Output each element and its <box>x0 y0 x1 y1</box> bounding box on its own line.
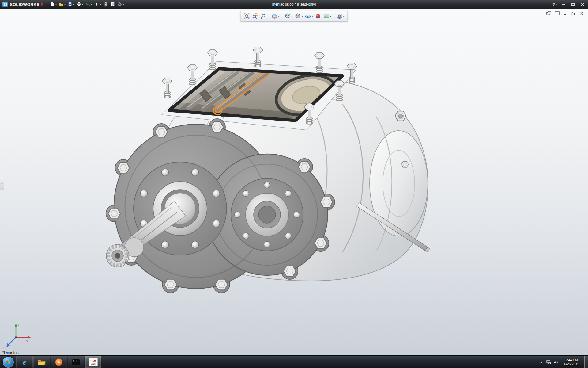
side-hex-plug[interactable] <box>401 161 409 167</box>
triad-y-label: y <box>18 323 20 326</box>
eyeglasses-icon <box>305 13 311 19</box>
help-button[interactable]: ? <box>550 1 559 7</box>
new-file-icon <box>50 2 55 7</box>
document-title: menjac sklop * [Read-only] <box>272 2 316 6</box>
network-icon <box>546 360 551 364</box>
taskbar-clock[interactable]: 2:44 PM 6/26/2015 <box>562 358 582 366</box>
doc-minimize-button[interactable] <box>562 11 569 16</box>
windows-taskbar: e C:\ SW 2015 ▲ 2:44 PM 6/26/ <box>0 355 588 368</box>
start-button[interactable] <box>3 357 14 368</box>
close-icon <box>581 3 584 6</box>
solidworks-app-icon: SW 2015 <box>89 358 98 366</box>
edit-appearance-button[interactable] <box>314 12 322 21</box>
brand-text: SOLIDWORKS <box>10 2 40 7</box>
tray-network-button[interactable] <box>546 359 551 366</box>
display-style-cube-icon <box>295 13 301 19</box>
splined-shaft-end[interactable] <box>106 244 129 267</box>
taskbar-item-solidworks-2015[interactable]: SW 2015 <box>85 356 101 368</box>
document-window-controls <box>545 11 585 16</box>
triad-x-label: x <box>26 339 28 343</box>
appearance-sphere-icon <box>315 13 321 19</box>
undo-button[interactable] <box>85 1 93 8</box>
save-button[interactable] <box>67 1 75 8</box>
speaker-icon <box>554 360 559 364</box>
toolbar-separator <box>282 13 282 19</box>
graphics-viewport[interactable]: x y z <box>0 9 588 355</box>
doc-close-icon <box>580 12 584 15</box>
command-prompt-icon: C:\ <box>72 359 80 365</box>
minimize-button[interactable] <box>560 1 568 7</box>
hide-show-items-button[interactable] <box>304 12 314 21</box>
dassault-3ds-icon: 3S <box>2 2 8 7</box>
media-player-icon <box>55 358 63 366</box>
maximize-icon <box>571 3 575 6</box>
scene-icon <box>323 13 330 19</box>
select-button[interactable] <box>93 1 102 8</box>
save-floppy-icon <box>68 2 73 7</box>
tray-volume-button[interactable] <box>554 359 559 366</box>
file-properties-button[interactable] <box>109 1 116 8</box>
folder-icon <box>37 359 46 366</box>
options-gear-icon <box>117 2 122 7</box>
triad-z-label: z <box>3 345 5 349</box>
zoom-to-fit-button[interactable] <box>243 12 251 21</box>
show-desktop-button[interactable] <box>584 356 588 368</box>
zoom-to-fit-icon <box>243 13 250 19</box>
doc-close-button[interactable] <box>579 11 585 16</box>
chevron-up-icon: ▲ <box>540 361 543 364</box>
section-view-icon <box>271 13 277 19</box>
file-properties-icon <box>110 2 115 7</box>
new-window-icon <box>546 11 551 15</box>
triad-y-arrow <box>15 324 17 327</box>
clock-time: 2:44 PM <box>564 358 579 362</box>
featuremanager-collapsed-tab[interactable] <box>0 177 4 190</box>
doc-minimize-icon <box>563 12 567 15</box>
file-toolbar <box>49 1 125 8</box>
taskbar-item-media-player[interactable] <box>51 356 67 368</box>
zoom-to-area-icon <box>252 13 258 19</box>
tray-expand-button[interactable]: ▲ <box>539 359 544 366</box>
rebuild-button[interactable] <box>102 1 109 8</box>
triad-x-arrow <box>28 336 31 339</box>
display-style-button[interactable] <box>294 12 303 21</box>
heads-up-view-toolbar <box>240 11 348 22</box>
section-view-button[interactable] <box>270 12 280 21</box>
print-button[interactable] <box>76 1 84 8</box>
undo-arrow-icon <box>85 2 90 7</box>
maximize-button[interactable] <box>569 1 577 7</box>
printer-icon <box>77 2 81 7</box>
options-button[interactable] <box>116 1 125 8</box>
taskbar-item-file-explorer[interactable] <box>33 356 50 368</box>
view-orientation-cube-icon <box>285 13 291 19</box>
solidworks-app: { "titlebar": { "brand_mark": "3S", "bra… <box>0 0 588 368</box>
system-tray: ▲ 2:44 PM 6/26/2015 <box>539 356 588 368</box>
windows-flag-icon <box>6 360 10 364</box>
tile-windows-button[interactable] <box>554 11 560 16</box>
window-controls: ? <box>550 1 588 7</box>
zoom-to-area-button[interactable] <box>251 12 259 21</box>
view-settings-button[interactable] <box>336 12 345 21</box>
open-folder-icon <box>59 2 64 7</box>
view-orientation-button[interactable] <box>284 12 293 21</box>
minimize-icon <box>562 4 565 5</box>
rebuild-trafficlight-icon <box>103 2 108 7</box>
open-button[interactable] <box>58 1 66 8</box>
clock-date: 6/26/2015 <box>564 362 579 366</box>
previous-view-button[interactable] <box>259 12 267 21</box>
previous-view-icon <box>260 13 266 19</box>
apply-scene-button[interactable] <box>322 12 332 21</box>
close-button[interactable] <box>578 1 586 7</box>
taskbar-item-command-prompt[interactable]: C:\ <box>68 356 84 368</box>
view-orientation-label: *Dimetric <box>2 350 19 355</box>
new-button[interactable] <box>49 1 58 8</box>
solidworks-version-badge: 2015 <box>91 363 96 365</box>
toolbar-separator <box>269 13 269 19</box>
model-canvas[interactable]: x y z <box>0 9 588 355</box>
app-logo: 3S SOLIDWORKS <box>0 2 47 7</box>
doc-restore-button[interactable] <box>570 11 577 16</box>
taskbar-item-internet-explorer[interactable]: e <box>16 356 33 368</box>
new-window-button[interactable] <box>545 11 552 16</box>
toolbar-separator <box>334 13 334 19</box>
orientation-triad[interactable]: x y z <box>3 323 31 349</box>
brand-flag-icon <box>41 2 43 6</box>
